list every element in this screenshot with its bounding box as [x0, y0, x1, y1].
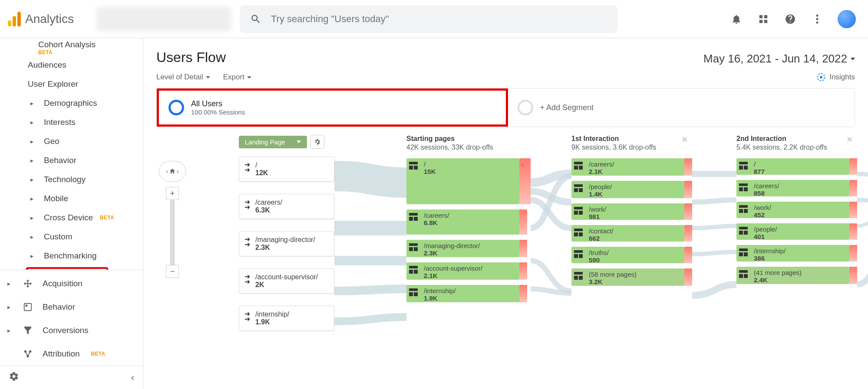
- nav-behavior[interactable]: ▸Behavior: [0, 151, 143, 170]
- dropoff-indicator: [519, 240, 527, 257]
- nav-label: Demographics: [44, 98, 97, 108]
- flow-node[interactable]: (58 more pages) 3.2K: [571, 268, 684, 286]
- avatar[interactable]: [838, 10, 856, 28]
- nav-interests[interactable]: ▸Interests: [0, 113, 143, 132]
- flow-node[interactable]: /careers/ 2.1K: [571, 158, 684, 176]
- flow-node[interactable]: (41 more pages) 2.4K: [736, 267, 849, 284]
- brand[interactable]: Analytics: [5, 12, 92, 26]
- chevron-down-icon: [851, 58, 855, 60]
- node-value: 386: [754, 255, 785, 262]
- flow-node[interactable]: /work/ 452: [736, 202, 849, 218]
- level-of-detail-dropdown[interactable]: Level of Detail: [156, 73, 210, 82]
- apps-icon[interactable]: [757, 13, 770, 26]
- landing-source[interactable]: ➜➜ /account-supervisor/ 2K: [239, 268, 334, 294]
- flow-node[interactable]: /managing-director/ 2.3K: [406, 240, 519, 257]
- flow-node[interactable]: /account-supervisor/ 2.1K: [406, 262, 519, 280]
- flow-node[interactable]: /internship/ 386: [736, 245, 849, 262]
- collapse-sidebar-icon[interactable]: ‹: [131, 372, 134, 383]
- nav-label: Behavior: [44, 156, 76, 165]
- zoom-controls: ‹ › + −: [159, 161, 186, 278]
- flow-node[interactable]: /careers/ 6.8K: [406, 209, 519, 235]
- flow-node[interactable]: / 15K ↓: [406, 158, 519, 204]
- zoom-slider[interactable]: [170, 200, 175, 265]
- nav-custom[interactable]: ▸Custom: [0, 227, 143, 246]
- page-icon: [409, 213, 419, 221]
- landing-source[interactable]: ➜➜ /careers/ 6.3K: [239, 194, 334, 219]
- dropoff-indicator: [519, 285, 527, 302]
- source-arrows-icon: ➜➜: [244, 161, 250, 177]
- flow-canvas[interactable]: ‹ › + −: [150, 135, 868, 389]
- toolbar-label: Level of Detail: [156, 73, 203, 82]
- svg-rect-11: [26, 305, 28, 307]
- flow-node[interactable]: /internship/ 1.9K: [406, 285, 519, 302]
- dropoff-indicator: [849, 267, 857, 284]
- dimension-settings-button[interactable]: [310, 135, 324, 149]
- section-label: Attribution: [43, 349, 80, 359]
- zoom-out-button[interactable]: −: [166, 265, 179, 278]
- attribution-icon: [22, 349, 34, 359]
- search-bar[interactable]: [240, 5, 617, 33]
- page-icon: [409, 243, 419, 251]
- nav-cohort-analysis[interactable]: Cohort Analysis BETA: [0, 38, 143, 56]
- landing-source[interactable]: ➜➜ /managing-director/ 2.3K: [239, 231, 334, 256]
- flow-node[interactable]: /careers/ 858: [736, 180, 849, 196]
- notifications-icon[interactable]: [730, 13, 743, 26]
- source-title: /account-supervisor/: [255, 273, 318, 281]
- flow-node[interactable]: /people/ 1.4K: [571, 181, 684, 198]
- export-dropdown[interactable]: Export: [223, 73, 251, 82]
- account-selector[interactable]: [96, 7, 231, 31]
- nav-label: Technology: [44, 175, 86, 184]
- section-behavior[interactable]: ▸ Behavior: [0, 295, 143, 319]
- section-acquisition[interactable]: ▸ Acquisition: [0, 272, 143, 295]
- home-nav-button[interactable]: ‹ ›: [159, 161, 186, 182]
- close-column-icon[interactable]: ✕: [681, 135, 688, 144]
- segment-indicator-icon: [168, 100, 184, 115]
- chevron-down-icon: [297, 141, 301, 143]
- chevron-right-icon: ▸: [30, 119, 33, 126]
- dropoff-indicator: [684, 247, 692, 263]
- node-value: 590: [589, 256, 609, 264]
- svg-rect-3: [759, 15, 762, 18]
- node-title: /careers/: [754, 183, 779, 190]
- nav-technology[interactable]: ▸Technology: [0, 170, 143, 189]
- landing-source[interactable]: ➜➜ / 12K: [239, 157, 334, 182]
- flow-node[interactable]: /people/ 401: [736, 223, 849, 240]
- conversions-icon: [22, 326, 34, 335]
- search-input[interactable]: [271, 13, 607, 25]
- nav-cross-device[interactable]: ▸Cross DeviceBETA: [0, 208, 143, 227]
- page-icon: [409, 288, 419, 296]
- flow-node[interactable]: /truths/ 590: [571, 247, 684, 263]
- zoom-in-button[interactable]: +: [166, 187, 179, 200]
- date-range-selector[interactable]: May 16, 2021 - Jun 14, 2022: [703, 52, 855, 65]
- beta-badge: BETA: [91, 351, 106, 357]
- section-conversions[interactable]: ▸ Conversions: [0, 319, 143, 342]
- nav-user-explorer[interactable]: User Explorer: [0, 75, 143, 94]
- flow-node[interactable]: /contact/ 662: [571, 225, 684, 242]
- nav-geo[interactable]: ▸Geo: [0, 132, 143, 151]
- settings-icon[interactable]: [9, 371, 19, 384]
- nav-mobile[interactable]: ▸Mobile: [0, 189, 143, 208]
- flow-node[interactable]: / 877: [736, 158, 849, 175]
- landing-column: Landing Page ➜➜ / 12K➜➜ /careers/ 6.3K➜➜…: [239, 135, 334, 343]
- column-subheader: 5.4K sessions, 2.2K drop-offs: [736, 144, 849, 151]
- help-icon[interactable]: [784, 13, 797, 26]
- flow-node[interactable]: /work/ 981: [571, 203, 684, 220]
- home-icon: [169, 168, 176, 175]
- dropoff-indicator: [684, 181, 692, 198]
- nav-audiences[interactable]: Audiences: [0, 56, 143, 75]
- insights-button[interactable]: Insights: [816, 72, 855, 82]
- close-column-icon[interactable]: ✕: [846, 135, 853, 144]
- landing-source[interactable]: ➜➜ /internship/ 1.9K: [239, 306, 334, 331]
- dimension-selector[interactable]: Landing Page: [239, 136, 307, 148]
- nav-benchmarking[interactable]: ▸Benchmarking: [0, 246, 143, 265]
- nav-label: User Explorer: [28, 79, 78, 89]
- section-attribution[interactable]: Attribution BETA: [0, 342, 143, 366]
- segment-all-users[interactable]: All Users 100.00% Sessions: [157, 88, 508, 127]
- nav-demographics[interactable]: ▸Demographics: [0, 94, 143, 113]
- page-icon: [409, 162, 419, 170]
- node-title: /: [754, 161, 765, 168]
- svg-rect-10: [24, 304, 32, 311]
- segment-empty-icon: [518, 100, 533, 115]
- more-icon[interactable]: [811, 13, 824, 26]
- add-segment-button[interactable]: + Add Segment: [508, 88, 855, 127]
